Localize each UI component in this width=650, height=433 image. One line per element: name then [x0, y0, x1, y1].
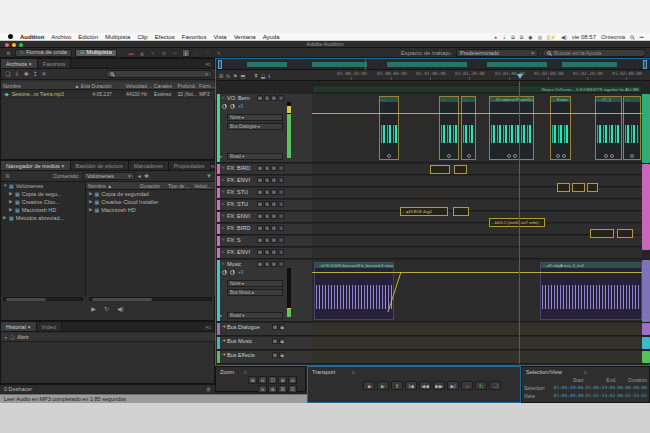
track-lane-11[interactable]	[312, 337, 642, 350]
track-i-button[interactable]: I	[278, 177, 284, 183]
track-r-button[interactable]: R	[271, 213, 277, 219]
fast-forward-button[interactable]: ▶▶	[433, 381, 445, 390]
media-row-0[interactable]: ▶▦Copia de seguridad	[86, 190, 216, 198]
apple-menu-icon[interactable]	[8, 34, 13, 39]
media-row-2[interactable]: ▶▦Macintosh HD	[86, 206, 216, 214]
mixdown-icon[interactable]: ⬒	[241, 73, 246, 79]
track-lane-4[interactable]	[312, 200, 642, 211]
marker-icon[interactable]: ⚑	[233, 73, 237, 79]
tab-media-3[interactable]: Propiedades	[169, 161, 211, 170]
loop-button[interactable]: ↻	[475, 381, 487, 390]
play-button[interactable]: ▶	[377, 381, 389, 390]
vo-clip-4[interactable]: …8.wav	[550, 96, 571, 160]
track-i-button[interactable]: I	[278, 237, 284, 243]
clip-gain-handle[interactable]	[562, 154, 566, 158]
track-header-fx-bird[interactable]: ≈FX: BIRDMSRI	[217, 164, 312, 175]
keyboard-icon[interactable]: ◎	[538, 33, 542, 41]
vo-clip-2[interactable]: …	[461, 96, 476, 160]
track-r-button[interactable]: R	[271, 177, 277, 183]
track-lane-12[interactable]	[312, 351, 642, 364]
open-file-icon[interactable]: ❏	[5, 69, 10, 79]
zoom-out-v-icon[interactable]: ⊟	[288, 385, 297, 393]
volume-knob[interactable]	[222, 104, 227, 109]
files-column-headers[interactable]: Nombre▲ EstadoDuraciónVelocidad ...Canal…	[1, 82, 216, 90]
track-lane-1[interactable]	[312, 164, 642, 175]
output-dropdown[interactable]: Bus Music ▸	[227, 289, 283, 296]
timeline-ruler[interactable]: ⊞ fx ⚑ ⬒ ⧗ ⬓ ℹ 01:00:20:0001:00:40:0001:…	[217, 70, 650, 81]
record-button[interactable]: ●	[461, 381, 473, 390]
monitor-icon[interactable]: ⬓	[261, 73, 266, 79]
insert-multitrack-icon[interactable]: ↥	[32, 69, 37, 79]
track-i-button[interactable]: I	[278, 95, 284, 101]
zoom-full-icon[interactable]: ⊡	[268, 376, 277, 384]
track-m-button[interactable]: M	[272, 338, 278, 344]
tab-history-0[interactable]: Historial ×	[1, 322, 37, 331]
vo-clip-0[interactable]: …	[379, 96, 399, 160]
track-s-button[interactable]: S	[264, 95, 270, 101]
filter-icon[interactable]: ▼	[206, 171, 212, 181]
files-col-3[interactable]: Velocidad ...	[123, 82, 151, 89]
music-volume-envelope[interactable]	[312, 272, 642, 273]
notification-dot-icon[interactable]: ●	[494, 33, 497, 41]
track-header-fx-stu[interactable]: ≈FX: STUMSRI	[217, 200, 312, 211]
fx-clip-9[interactable]	[617, 229, 633, 238]
volume-knob[interactable]	[222, 270, 227, 275]
track-lane-10[interactable]	[312, 323, 642, 336]
slip-tool-icon[interactable]: ⇄	[160, 49, 168, 57]
marquee-tool-icon[interactable]: ⬚	[193, 49, 201, 57]
pause-button[interactable]: ‖	[391, 381, 403, 390]
track-m-button[interactable]: M	[272, 352, 278, 358]
track-s-button[interactable]: S	[264, 213, 270, 219]
menu-item-ayuda[interactable]: Ayuda	[263, 33, 280, 41]
media-list-icon[interactable]: ≋	[5, 171, 10, 181]
track-m-button[interactable]: M	[257, 201, 263, 207]
clip-gain-handle[interactable]	[610, 154, 614, 158]
parental-icon[interactable]: ◉	[528, 33, 532, 41]
import-file-icon[interactable]: ⇩	[14, 69, 19, 79]
files-col-4[interactable]: Canales	[152, 82, 176, 89]
input-dropdown[interactable]: None ▸	[227, 280, 283, 287]
clip-fade-handle[interactable]	[604, 154, 608, 158]
fx-clip-2[interactable]	[557, 183, 570, 192]
files-col-0[interactable]: Nombre	[1, 82, 73, 89]
panel-menu-icon[interactable]: ≣	[4, 49, 12, 57]
track-r-button[interactable]: R	[271, 225, 277, 231]
menu-item-edición[interactable]: Edición	[78, 33, 98, 41]
navigator-left-handle[interactable]	[218, 60, 222, 69]
track-s-button[interactable]: S	[264, 177, 270, 183]
vo-clip-5[interactable]: …17_1	[595, 96, 622, 160]
rewind-button[interactable]: ◀◀	[419, 381, 431, 390]
track-m-button[interactable]: M	[272, 324, 278, 330]
fx-clip-7[interactable]: …b0G-C (mol43 osT velm)	[489, 218, 545, 227]
track-s-button[interactable]: S	[264, 261, 270, 267]
volume-icon[interactable]: ◀)	[561, 33, 567, 41]
vo-clip-6[interactable]: …	[623, 96, 641, 160]
menu-item-vista[interactable]: Vista	[213, 33, 226, 41]
timeline-overview-navigator[interactable]	[217, 59, 650, 70]
workspace-dropdown[interactable]: Predeterminado ▾	[456, 49, 538, 57]
preview-loop-icon[interactable]: ↻	[104, 305, 109, 312]
menu-item-clip[interactable]: Clip	[137, 33, 147, 41]
track-i-button[interactable]: I	[278, 213, 284, 219]
tab-files-1[interactable]: Favoritos	[38, 59, 72, 68]
files-col-2[interactable]: Duración	[90, 82, 124, 89]
skip-selection-button[interactable]: →|	[489, 381, 501, 390]
tab-files-0[interactable]: Archivos ×	[1, 59, 38, 68]
media-col-2[interactable]: Tipo de ...	[166, 182, 192, 189]
media-column-headers[interactable]: Nombre ▲DuraciónTipo de ...Veloci...	[86, 182, 216, 190]
track-overview-strip-0[interactable]	[642, 94, 650, 163]
tree-item-3[interactable]: ▶▦Macintosh HD	[1, 206, 85, 214]
tab-files-panel-menu-icon[interactable]: ▾≡	[206, 59, 214, 68]
transport-panel-menu-icon[interactable]: ≡	[352, 369, 355, 375]
fx-clip-4[interactable]	[587, 183, 598, 192]
track-header-bus-music[interactable]: ➜Bus MusicM◀)	[217, 337, 312, 350]
track-s-button[interactable]: S	[264, 201, 270, 207]
menu-item-favoritos[interactable]: Favoritos	[182, 33, 207, 41]
fx-clip-6[interactable]	[453, 207, 469, 216]
track-header-fx-envi[interactable]: ≈FX: ENVIMSRI	[217, 248, 312, 259]
track-r-button[interactable]: R	[271, 249, 277, 255]
session-group-band[interactable]: Naturs OnTecnia – 4:SOUNDKITS together f…	[312, 85, 642, 93]
time-selection-tool-icon[interactable]: I	[182, 49, 190, 57]
track-m-button[interactable]: M	[257, 95, 263, 101]
clip-fade-handle[interactable]	[630, 154, 634, 158]
